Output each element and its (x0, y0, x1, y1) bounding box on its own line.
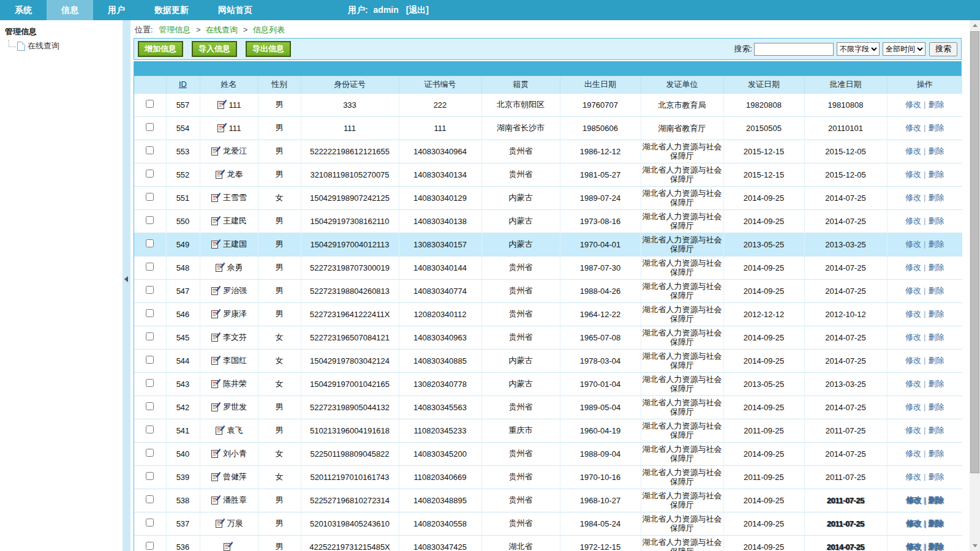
delete-link[interactable]: 删除 (928, 100, 944, 109)
delete-link[interactable]: 删除 (928, 449, 944, 458)
row-checkbox[interactable] (146, 495, 154, 503)
row-checkbox[interactable] (146, 146, 154, 154)
cell-id: 546 (166, 302, 200, 326)
breadcrumb-separator: > (196, 25, 201, 34)
delete-link[interactable]: 删除 (928, 123, 944, 132)
cell-issuer: 湖北省人力资源与社会保障厅 (641, 419, 723, 442)
row-checkbox[interactable] (146, 123, 154, 131)
cell-cert-number: 111 (399, 116, 481, 140)
search-field-select[interactable]: 不限字段 (837, 42, 880, 56)
edit-link[interactable]: 修改 (906, 519, 921, 528)
scroll-up-icon[interactable] (970, 20, 980, 31)
delete-link[interactable]: 删除 (928, 216, 944, 225)
sidebar-item-online-query[interactable]: 在线查询 (0, 40, 123, 52)
delete-link[interactable]: 删除 (928, 146, 944, 156)
nav-item-user[interactable]: 用户 (93, 0, 140, 20)
row-checkbox[interactable] (146, 356, 154, 364)
nav-item-info[interactable]: 信息 (47, 0, 93, 20)
row-checkbox[interactable] (146, 263, 154, 271)
table-row: 541 袁飞男510213196004191618110820345233重庆市… (134, 419, 962, 442)
row-checkbox[interactable] (146, 239, 154, 247)
add-info-button[interactable]: 增加信息 (138, 41, 183, 57)
delete-link[interactable]: 删除 (928, 402, 944, 411)
delete-link[interactable]: 删除 (928, 519, 943, 528)
header-id[interactable]: ID (166, 76, 200, 93)
row-checkbox[interactable] (146, 519, 154, 527)
nav-item-data-update[interactable]: 数据更新 (140, 0, 203, 20)
cell-origin: 内蒙古 (481, 372, 560, 395)
cell-birth-date: 1965-07-08 (560, 326, 641, 349)
row-checkbox[interactable] (146, 309, 154, 317)
edit-link[interactable]: 修改 (905, 170, 921, 179)
edit-link[interactable]: 修改 (905, 472, 921, 481)
cell-birth-date: 1981-05-27 (560, 163, 641, 186)
logout-link[interactable]: [退出] (406, 5, 429, 15)
cell-name: 潘胜章 (200, 489, 258, 512)
row-checkbox[interactable] (146, 100, 154, 108)
edit-link[interactable]: 修改 (905, 239, 921, 249)
edit-link[interactable]: 修改 (905, 425, 921, 435)
search-input[interactable] (754, 43, 834, 56)
edit-link[interactable]: 修改 (905, 146, 921, 156)
delete-link[interactable]: 删除 (928, 263, 944, 272)
nav-item-system[interactable]: 系统 (0, 0, 47, 20)
breadcrumb-link-online-query[interactable]: 在线查询 (206, 25, 238, 34)
row-checkbox[interactable] (146, 193, 154, 201)
delete-link[interactable]: 删除 (928, 309, 944, 318)
edit-link[interactable]: 修改 (905, 216, 921, 225)
cell-approve-date: 2014-07-25 (804, 349, 887, 372)
breadcrumb-link-info-list[interactable]: 信息列表 (253, 25, 285, 34)
delete-link[interactable]: 删除 (928, 193, 944, 202)
cell-operations: 修改|删除 (887, 465, 962, 489)
row-checkbox[interactable] (146, 170, 154, 178)
row-checkbox[interactable] (146, 402, 154, 410)
delete-link[interactable]: 删除 (928, 356, 944, 365)
edit-link[interactable]: 修改 (905, 402, 921, 411)
cell-name: 龙奉 (200, 163, 258, 186)
delete-link[interactable]: 删除 (928, 286, 944, 295)
delete-link[interactable]: 删除 (928, 239, 944, 249)
edit-link[interactable]: 修改 (905, 332, 921, 342)
edit-link[interactable]: 修改 (905, 356, 921, 365)
vertical-scrollbar[interactable] (970, 20, 980, 551)
edit-link[interactable]: 修改 (905, 449, 921, 458)
edit-link[interactable]: 修改 (905, 286, 921, 295)
import-info-button[interactable]: 导入信息 (192, 41, 237, 57)
collapse-left-icon[interactable] (124, 276, 128, 282)
row-checkbox[interactable] (146, 472, 154, 480)
row-checkbox[interactable] (146, 379, 154, 387)
cell-issuer: 湖北省人力资源与社会保障厅 (641, 279, 723, 302)
row-checkbox[interactable] (146, 425, 154, 433)
delete-link[interactable]: 删除 (928, 425, 944, 435)
edit-link[interactable]: 修改 (905, 379, 921, 388)
sidebar-title: 管理信息 (0, 20, 123, 40)
edit-link[interactable]: 修改 (905, 309, 921, 318)
edit-link[interactable]: 修改 (905, 263, 921, 272)
row-checkbox[interactable] (146, 286, 154, 294)
cell-name: 王建民 (200, 209, 258, 233)
delete-link[interactable]: 删除 (928, 170, 944, 179)
scroll-down-icon[interactable] (970, 541, 980, 551)
scrollbar-thumb[interactable] (970, 31, 979, 473)
nav-item-site-home[interactable]: 网站首页 (203, 0, 267, 20)
edit-link[interactable]: 修改 (906, 495, 921, 504)
delete-link[interactable]: 删除 (928, 472, 944, 481)
row-checkbox[interactable] (146, 449, 154, 457)
export-info-button[interactable]: 导出信息 (246, 41, 291, 57)
delete-link[interactable]: 删除 (928, 379, 944, 388)
delete-link[interactable]: 删除 (928, 495, 943, 504)
search-button[interactable]: 搜索 (929, 42, 957, 56)
delete-link[interactable]: 删除 (928, 332, 944, 342)
edit-link[interactable]: 修改 (905, 193, 921, 202)
search-time-select[interactable]: 全部时间 (883, 42, 925, 56)
row-checkbox[interactable] (146, 332, 154, 340)
row-checkbox[interactable] (146, 542, 154, 550)
edit-link[interactable]: 修改 (905, 100, 921, 109)
breadcrumb-link-manage-info[interactable]: 管理信息 (159, 25, 190, 34)
row-checkbox[interactable] (146, 216, 154, 224)
delete-link[interactable]: 删除 (928, 542, 943, 551)
person-name: 李文芬 (223, 332, 247, 343)
cell-origin: 湖南省长沙市 (481, 116, 560, 140)
edit-link[interactable]: 修改 (906, 542, 921, 551)
edit-link[interactable]: 修改 (905, 123, 921, 132)
